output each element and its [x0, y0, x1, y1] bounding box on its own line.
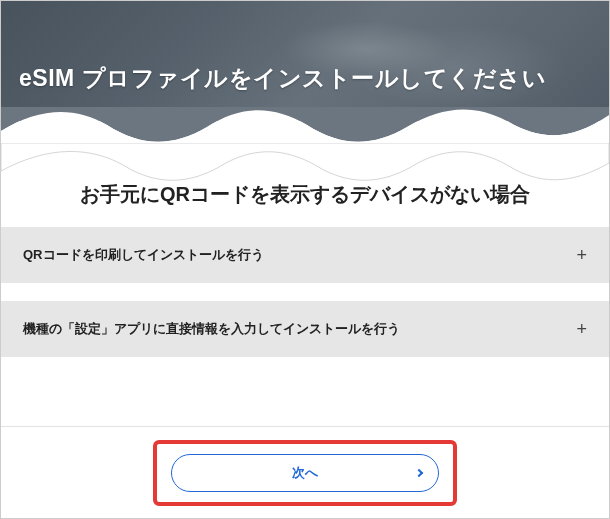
highlight-annotation: 次へ — [153, 440, 457, 506]
spacer — [1, 284, 609, 300]
accordion-item-manual-settings[interactable]: 機種の「設定」アプリに直接情報を入力してインストールを行う + — [1, 300, 609, 358]
accordion-item-label: 機種の「設定」アプリに直接情報を入力してインストールを行う — [23, 320, 400, 338]
chevron-right-icon — [415, 468, 423, 476]
main-content: お手元にQRコードを表示するデバイスがない場合 QRコードを印刷してインストール… — [1, 171, 609, 358]
plus-icon: + — [576, 319, 587, 340]
footer-bar: 次へ — [1, 426, 609, 518]
accordion: QRコードを印刷してインストールを行う + 機種の「設定」アプリに直接情報を入力… — [1, 226, 609, 358]
hero-banner: eSIM プロファイルをインストールしてください — [1, 1, 609, 121]
accordion-item-print-qr[interactable]: QRコードを印刷してインストールを行う + — [1, 226, 609, 284]
next-button-label: 次へ — [292, 464, 318, 482]
app-frame: eSIM プロファイルをインストールしてください お手元にQRコードを表示するデ… — [0, 0, 610, 519]
section-heading: お手元にQRコードを表示するデバイスがない場合 — [1, 171, 609, 226]
plus-icon: + — [576, 245, 587, 266]
accordion-item-label: QRコードを印刷してインストールを行う — [23, 246, 264, 264]
page-title: eSIM プロファイルをインストールしてください — [19, 63, 591, 94]
next-button[interactable]: 次へ — [171, 454, 439, 492]
